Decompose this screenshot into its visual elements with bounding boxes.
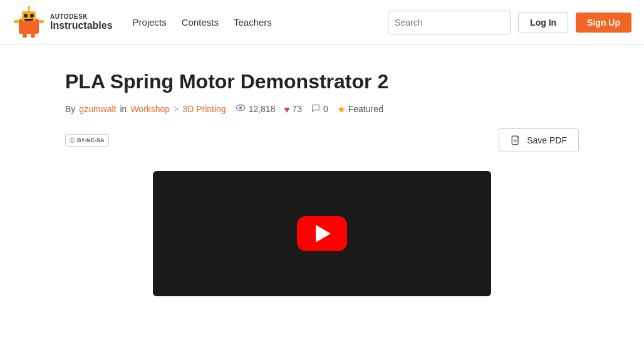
svg-point-12 — [239, 106, 242, 110]
nav-contests[interactable]: Contests — [182, 17, 219, 28]
cc-label: BY-NC-SA — [77, 137, 105, 143]
favorites-count: 73 — [292, 104, 302, 114]
nav-projects[interactable]: Projects — [133, 17, 167, 28]
logo-link[interactable]: AUTODESK Instructables — [13, 6, 113, 39]
search-bar — [388, 11, 511, 34]
eye-svg-icon — [235, 102, 246, 113]
author-link[interactable]: gzumwalt — [79, 104, 116, 114]
robot-logo-icon — [13, 6, 45, 39]
svg-rect-6 — [31, 34, 35, 38]
play-triangle-icon — [316, 225, 331, 242]
meta-row: By gzumwalt in Workshop > 3D Printing 12… — [65, 102, 579, 116]
category-link[interactable]: Workshop — [130, 104, 170, 114]
svg-rect-8 — [39, 20, 44, 23]
logo-autodesk-label: AUTODESK — [50, 13, 113, 20]
svg-point-10 — [28, 6, 30, 9]
cc-icon: © — [70, 137, 75, 144]
project-title: PLA Spring Motor Demonstrator 2 — [65, 70, 579, 93]
comments-count: 0 — [323, 104, 328, 114]
save-pdf-label: Save PDF — [527, 135, 567, 145]
youtube-play-button[interactable] — [297, 216, 347, 251]
comments-stat: 0 — [311, 103, 328, 115]
search-input[interactable] — [388, 18, 511, 28]
svg-rect-5 — [23, 34, 27, 38]
in-label: in — [120, 104, 127, 114]
breadcrumb-arrow: > — [174, 104, 179, 114]
logo-instructables-label: Instructables — [50, 20, 113, 31]
comment-icon — [311, 103, 321, 115]
save-pdf-button[interactable]: Save PDF — [499, 128, 579, 152]
featured-label: Featured — [348, 104, 383, 114]
action-row: © BY-NC-SA Save PDF — [65, 128, 579, 152]
pdf-icon — [511, 135, 522, 146]
header-right: Log In Sign Up — [388, 11, 631, 34]
signup-button[interactable]: Sign Up — [576, 13, 631, 33]
login-button[interactable]: Log In — [518, 12, 568, 33]
svg-rect-7 — [14, 20, 19, 23]
nav-teachers[interactable]: Teachers — [234, 17, 272, 28]
logo-text: AUTODESK Instructables — [50, 13, 113, 31]
by-label: By — [65, 104, 75, 114]
svg-point-3 — [30, 14, 34, 18]
main-nav: Projects Contests Teachers — [133, 17, 272, 28]
views-stat: 12,818 — [235, 102, 276, 116]
cc-license-badge[interactable]: © BY-NC-SA — [65, 134, 109, 147]
heart-icon: ♥ — [284, 104, 289, 115]
comment-svg-icon — [311, 103, 321, 113]
favorites-stat: ♥ 73 — [284, 104, 301, 115]
featured-badge: ★ Featured — [337, 103, 383, 115]
header-left: AUTODESK Instructables Projects Contests… — [13, 6, 272, 39]
header: AUTODESK Instructables Projects Contests… — [0, 0, 644, 45]
youtube-player[interactable] — [153, 171, 491, 296]
views-count: 12,818 — [249, 104, 276, 114]
star-icon: ★ — [337, 103, 346, 115]
svg-point-2 — [24, 14, 28, 18]
main-content: PLA Spring Motor Demonstrator 2 By gzumw… — [53, 45, 591, 296]
svg-rect-4 — [24, 19, 33, 21]
subcategory-link[interactable]: 3D Printing — [182, 104, 226, 114]
video-container — [65, 171, 579, 296]
eye-icon — [235, 102, 246, 116]
cc-license-image: © BY-NC-SA — [65, 134, 109, 147]
